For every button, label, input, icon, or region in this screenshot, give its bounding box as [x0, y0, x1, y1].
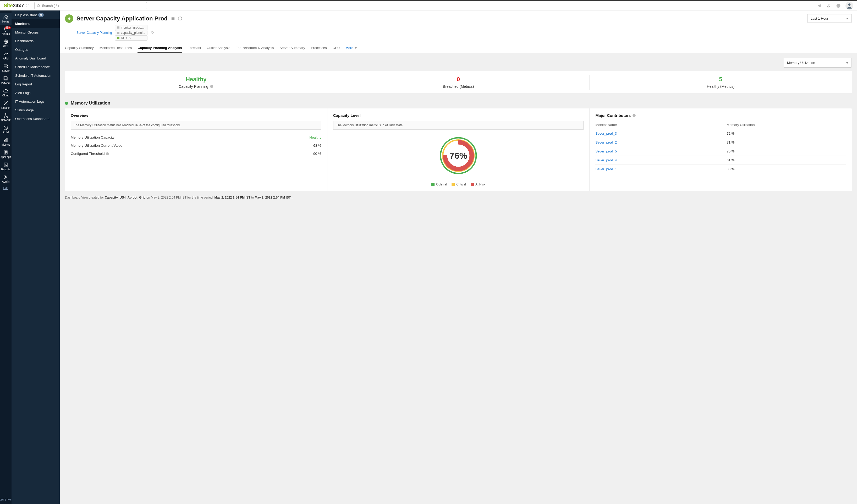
time-range-select[interactable]: Last 1 Hour	[807, 14, 852, 23]
wrench-icon[interactable]	[827, 3, 831, 8]
contributors-heading: Major Contributors	[595, 113, 631, 118]
iconbar-item-home[interactable]: Home	[0, 13, 12, 25]
iconbar-item-metrics[interactable]: Metrics	[0, 136, 12, 148]
tab-top-n-bottom-n-analysis[interactable]: Top-N/Bottom-N Analysis	[236, 44, 274, 53]
search-input[interactable]	[42, 4, 145, 7]
monitor-link[interactable]: Sever_prod_1	[595, 167, 726, 171]
tab-monitored-resources[interactable]: Monitored Resources	[100, 44, 132, 53]
badge: 99+	[5, 27, 11, 29]
submenu-item-log-report[interactable]: Log Report	[12, 80, 60, 88]
edit-link[interactable]: Edit	[3, 186, 9, 190]
submenu-item-help-assistant[interactable]: Help Assistant9	[12, 11, 60, 19]
chevron-down-icon	[846, 61, 848, 65]
summary-value: 0	[330, 76, 587, 83]
monitor-link[interactable]: Sever_prod_3	[595, 132, 726, 135]
capacity-panel: Capacity Level The Memory Utilization me…	[327, 108, 590, 191]
iconbar-item-rum[interactable]: RUM	[0, 123, 12, 136]
table-row: Sever_prod_180 %	[595, 165, 846, 173]
monitor-link[interactable]: Sever_prod_4	[595, 158, 726, 162]
submenu-item-dashboards[interactable]: Dashboards	[12, 37, 60, 45]
table-row: Sever_prod_372 %	[595, 129, 846, 138]
iconbar-item-cloud[interactable]: Cloud	[0, 86, 12, 99]
avatar[interactable]	[845, 2, 853, 10]
iconbar-item-network[interactable]: Network	[0, 111, 12, 123]
monitor-link[interactable]: Sever_prod_2	[595, 140, 726, 144]
table-row: Sever_prod_570 %	[595, 147, 846, 156]
search-input-wrap[interactable]	[34, 2, 147, 9]
tab-forecast[interactable]: Forecast	[188, 44, 201, 53]
search-icon	[37, 4, 40, 7]
chevron-down-icon	[354, 46, 357, 50]
iconbar-item-server[interactable]: Server	[0, 62, 12, 74]
breadcrumb-link[interactable]: Server Capacity Planning	[77, 31, 112, 35]
network-icon	[3, 113, 9, 118]
tab-more[interactable]: More	[346, 44, 357, 53]
svg-rect-18	[6, 138, 7, 142]
chevron-down-icon	[846, 17, 848, 20]
util-value: 70 %	[726, 149, 846, 153]
submenu-item-it-automation-logs[interactable]: IT Automation Logs	[12, 97, 60, 106]
pill-badge: 9	[38, 13, 44, 17]
summary-card: 5Healthy (Metrics)	[590, 71, 852, 93]
tag[interactable]: DC:US	[115, 35, 148, 40]
tag-icon[interactable]	[151, 31, 154, 35]
help-icon[interactable]: ?	[836, 3, 841, 8]
submenu-item-monitor-groups[interactable]: Monitor Groups	[12, 28, 60, 37]
tab-capacity-summary[interactable]: Capacity Summary	[65, 44, 94, 53]
tab-server-summary[interactable]: Server Summary	[280, 44, 305, 53]
info-icon: i	[632, 114, 636, 117]
summary-cards: HealthyCapacity Planning 0Breached (Metr…	[65, 71, 852, 93]
svg-text:i: i	[634, 114, 634, 117]
legend-swatch-icon	[431, 183, 435, 186]
summary-label: Healthy (Metrics)	[592, 84, 849, 88]
svg-rect-9	[4, 67, 7, 68]
tab-capacity-planning-analysis[interactable]: Capacity Planning Analysis	[137, 44, 182, 53]
applogs-icon	[3, 150, 9, 155]
overview-message: The Memory Utilization metric has reache…	[71, 121, 321, 130]
tab-outlier-analysis[interactable]: Outlier Analysis	[207, 44, 230, 53]
table-row: Sever_prod_271 %	[595, 138, 846, 147]
metric-select-label: Memory Utilization	[787, 61, 815, 65]
iconbar-item-reports[interactable]: Reports	[0, 160, 12, 173]
submenu: Help Assistant9MonitorsMonitor GroupsDas…	[12, 11, 60, 504]
gauge-value: 76%	[436, 133, 481, 178]
time-range-label: Last 1 Hour	[811, 17, 828, 20]
svg-rect-17	[5, 139, 6, 142]
metric-select[interactable]: Memory Utilization	[784, 57, 852, 68]
summary-value: Healthy	[68, 76, 324, 83]
list-icon[interactable]	[171, 16, 175, 21]
svg-point-6	[4, 53, 5, 54]
submenu-item-operations-dashboard[interactable]: Operations Dashboard	[12, 115, 60, 123]
submenu-item-outages[interactable]: Outages	[12, 45, 60, 54]
col-monitor-name: Monitor Name	[595, 123, 726, 127]
submenu-item-alert-logs[interactable]: Alert Logs	[12, 88, 60, 97]
util-value: 80 %	[726, 167, 846, 171]
iconbar-item-applogs[interactable]: AppLogs	[0, 148, 12, 160]
iconbar-item-web[interactable]: Web	[0, 37, 12, 50]
submenu-item-status-page[interactable]: Status Page	[12, 106, 60, 115]
page-title: Server Capacity Application Prod	[77, 15, 168, 22]
tab-processes[interactable]: Processes	[311, 44, 327, 53]
monitor-link[interactable]: Sever_prod_5	[595, 149, 726, 153]
iconbar-item-vmware[interactable]: VMware	[0, 74, 12, 86]
legend-item: Optimal	[431, 183, 447, 186]
announce-icon[interactable]	[817, 3, 822, 8]
tag-color-icon	[117, 37, 119, 39]
submenu-item-anomaly-dashboard[interactable]: Anomaly Dashboard	[12, 54, 60, 63]
iconbar-item-apm[interactable]: APM	[0, 50, 12, 62]
expand-icon[interactable]: ⛶	[26, 4, 29, 7]
logo[interactable]: Site24x7	[4, 3, 24, 9]
iconbar-item-nutanix[interactable]: Nutanix	[0, 99, 12, 111]
tag[interactable]: monitor_group:...	[115, 25, 148, 30]
submenu-item-schedule-maintenance[interactable]: Schedule Maintenance	[12, 63, 60, 71]
iconbar-item-alarms[interactable]: Alarms99+	[0, 25, 12, 37]
submenu-item-monitors[interactable]: Monitors	[12, 19, 60, 28]
iconbar-item-admin[interactable]: Admin	[0, 173, 12, 185]
submenu-item-schedule-it-automation[interactable]: Schedule IT Automation	[12, 71, 60, 80]
reports-icon	[3, 162, 9, 167]
refresh-icon[interactable]	[178, 16, 182, 21]
tab-cpu[interactable]: CPU	[333, 44, 340, 53]
tag[interactable]: capacity_planni...	[115, 30, 148, 35]
svg-text:?: ?	[838, 4, 839, 7]
legend-item: At Risk	[471, 183, 485, 186]
